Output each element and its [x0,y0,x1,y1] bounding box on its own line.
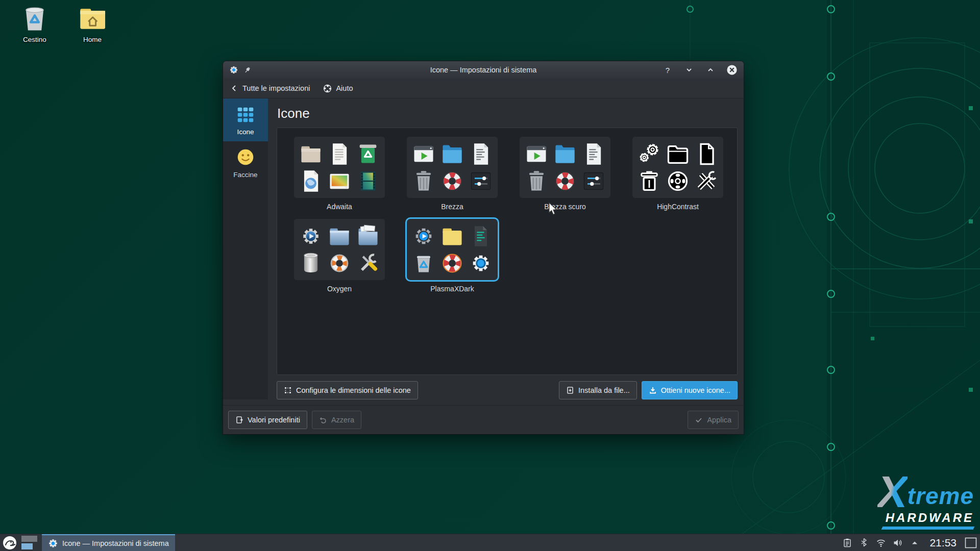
check-icon [695,416,703,424]
system-settings-window: Icone — Impostazioni di sistema ? Tutte … [223,61,744,434]
theme-oxygen[interactable]: Oxygen [294,219,385,293]
close-button[interactable] [726,64,738,76]
theme-preview[interactable] [632,137,723,198]
adw-image-icon [327,169,352,193]
help-button[interactable]: ? [662,64,673,76]
theme-brezza[interactable]: Brezza [407,137,498,211]
bz-media-icon [524,142,549,166]
bz-doc-icon [581,142,606,166]
theme-plasmaxdark[interactable]: PlasmaXDark [407,219,498,293]
hc-tools-icon [694,169,719,193]
theme-label: PlasmaXDark [407,285,498,293]
theme-preview[interactable] [407,219,498,280]
tray-volume-icon[interactable] [893,538,903,548]
resize-grid-icon [284,386,292,394]
help-menu-button[interactable]: Aiuto [323,84,353,93]
window-toolbar: Tutte le impostazioni Aiuto [223,79,744,98]
theme-brezza-scuro[interactable]: Brezza scuro [520,137,610,211]
adw-folder-icon [299,142,323,166]
install-from-file-button[interactable]: Installa da file... [559,381,637,399]
hc-folder-icon [666,142,690,166]
hc-trash-icon [637,169,662,193]
configure-label: Configura le dimensioni delle icone [296,386,411,394]
desktop-icon-label: Cestino [9,36,60,43]
apply-button[interactable]: Applica [688,411,739,429]
oxy-tools-icon [356,251,380,276]
theme-preview[interactable] [520,137,610,198]
logo-hardware-text: HARDWARE [831,511,974,525]
oxy-folder-icon [327,224,352,248]
theme-preview[interactable] [294,219,385,280]
hc-doc-icon [694,142,719,166]
bz-trash-icon [524,169,549,193]
bz-sliders-icon [469,169,493,193]
pxd-doc-icon [469,224,493,248]
theme-label: Oxygen [294,285,385,293]
bz-sliders-icon [581,169,606,193]
window-titlebar[interactable]: Icone — Impostazioni di sistema ? [223,61,744,79]
logo-treme-text: treme [908,482,974,510]
undo-icon [319,416,327,424]
oxy-buoy-icon [327,251,352,276]
desk-trash-icon [20,4,50,34]
pxd-folder-icon [440,224,464,248]
lifebuoy-icon [323,84,332,93]
reset-button[interactable]: Azzera [312,411,361,429]
maximize-button[interactable] [705,64,716,76]
app-launcher-button[interactable] [0,534,19,551]
theme-grid: AdwaitaBrezzaBrezza scuroHighContrastOxy… [277,128,737,293]
adw-globe-icon [299,169,323,193]
theme-preview[interactable] [294,137,385,198]
adw-film-icon [356,169,380,193]
theme-label: Brezza scuro [520,203,610,211]
theme-preview[interactable] [407,137,498,198]
minimize-button[interactable] [683,64,695,76]
virtual-desktop-pager[interactable] [19,534,40,551]
chevron-left-icon [230,84,238,92]
pager-icon [21,535,38,550]
taskbar-task-system-settings[interactable]: Icone — Impostazioni di sistema [42,534,175,551]
theme-highcontrast[interactable]: HighContrast [632,137,723,211]
tray-wifi-icon[interactable] [876,538,886,548]
tray-expand-icon[interactable] [910,538,920,548]
desktop-icon-label: Home [67,36,118,43]
show-desktop-button[interactable] [965,537,977,548]
restore-defaults-icon [235,416,243,424]
sidebar-item-icone[interactable]: Icone [223,98,268,141]
window-footer: Valori predefiniti Azzera Applica [223,405,744,434]
get-new-icons-button[interactable]: Ottieni nuove icone... [642,381,738,399]
bz-folder-icon [440,142,464,166]
import-file-icon [566,386,574,394]
back-label: Tutte le impostazioni [242,84,310,92]
adw-doc-icon [327,142,352,166]
tray-clipboard-icon[interactable] [842,538,852,548]
smiley-icon [235,146,256,168]
sidebar-item-faccine[interactable]: Faccine [223,141,268,184]
pxd-gear-icon [411,224,436,248]
taskbar: Icone — Impostazioni di sistema 21:53 [0,534,980,551]
theme-adwaita[interactable]: Adwaita [294,137,385,211]
page-title: Icone [277,106,738,121]
pin-icon[interactable] [243,66,251,74]
back-all-settings-button[interactable]: Tutte le impostazioni [230,84,310,92]
systemsettings-gear-icon [48,538,58,548]
bz-buoy-icon [440,169,464,193]
bz-media-icon [411,142,436,166]
oxy-folder2-icon [356,224,380,248]
defaults-button[interactable]: Valori predefiniti [228,411,307,429]
clock[interactable]: 21:53 [929,537,957,549]
sidebar-item-label: Faccine [233,171,257,179]
oxy-trash-icon [299,251,323,276]
install-label: Installa da file... [578,386,630,394]
bz-doc-icon [469,142,493,166]
tray-bluetooth-icon[interactable] [859,538,869,548]
desktop-icon-cestino[interactable]: Cestino [9,4,60,43]
logo-accent-bar [881,527,975,530]
configure-icon-sizes-button[interactable]: Configura le dimensioni delle icone [277,381,418,399]
xtreme-hardware-logo: Xtreme HARDWARE [831,474,974,530]
sidebar-item-label: Icone [237,128,254,136]
bz-buoy-icon [553,169,577,193]
desktop-icon-home[interactable]: Home [67,4,118,43]
pxd-gear2-icon [469,251,493,276]
download-icon [649,386,657,394]
